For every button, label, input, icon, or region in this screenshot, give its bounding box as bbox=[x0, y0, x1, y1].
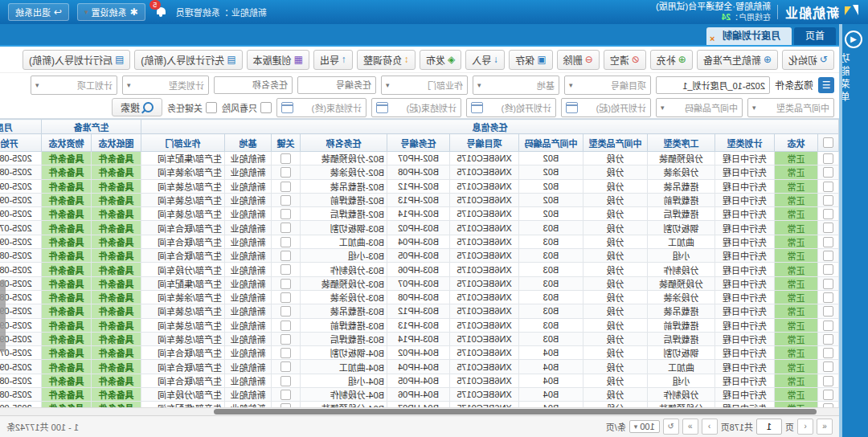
notification-bell-icon[interactable]: 5 bbox=[154, 5, 168, 19]
row-checkbox[interactable] bbox=[823, 153, 833, 164]
page-size-select[interactable]: 100 ▾ bbox=[629, 420, 660, 433]
row-checkbox[interactable] bbox=[823, 390, 833, 400]
tab-monthly-plan[interactable]: 月度计划编制 × bbox=[706, 27, 792, 45]
toolbar-button-10[interactable]: ↑导出 bbox=[313, 50, 353, 70]
toolbar-button-8[interactable]: ◈发布 bbox=[420, 50, 461, 70]
search-button[interactable]: 搜索 bbox=[112, 98, 162, 116]
row-checkbox[interactable] bbox=[823, 306, 833, 317]
cell-dept: 生产部/集配车间 bbox=[141, 402, 225, 407]
cell-material: 具备条件 bbox=[42, 193, 92, 206]
toolbar-button-11[interactable]: ▦创建版本 bbox=[247, 50, 309, 70]
cell-task_no: B03-HP07 bbox=[387, 276, 450, 290]
toolbar-button-3[interactable]: ⊕补充 bbox=[650, 50, 693, 70]
key-task-checkbox[interactable] bbox=[280, 292, 291, 303]
row-checkbox[interactable] bbox=[823, 237, 833, 247]
cell-code: B04 bbox=[519, 360, 583, 374]
toolbar-button-label: 发布 bbox=[426, 53, 445, 67]
toolbar-button-9[interactable]: ↕负荷调整 bbox=[357, 50, 416, 70]
sidebar-menu-label[interactable]: 功能菜单 bbox=[839, 53, 868, 104]
select-all-checkbox[interactable] bbox=[823, 137, 833, 148]
filter-select-基地[interactable]: 基地▾ bbox=[473, 76, 559, 95]
key-task-checkbox[interactable] bbox=[280, 153, 291, 164]
refresh-button[interactable]: ↻ bbox=[663, 419, 679, 435]
row-checkbox[interactable] bbox=[823, 348, 833, 358]
key-task-checkbox[interactable] bbox=[280, 182, 291, 192]
key-task-checkbox[interactable] bbox=[280, 376, 291, 386]
key-task-checkbox[interactable] bbox=[280, 348, 291, 358]
row-checkbox[interactable] bbox=[823, 334, 833, 345]
toolbar-button-6[interactable]: ▣保存 bbox=[509, 50, 552, 70]
row-checkbox[interactable] bbox=[823, 279, 833, 289]
logout-button[interactable]: ↪ 退出系统 bbox=[8, 3, 69, 21]
horizontal-scrollbar-thumb[interactable] bbox=[214, 409, 817, 415]
toolbar-button-4[interactable]: ⊘清空 bbox=[604, 50, 646, 70]
column-header-row: 状态计划类型工序类型中间产品类型中间产品编码项目编号任务编号任务名称关键基地作业… bbox=[0, 134, 839, 152]
toolbar-button-2[interactable]: ⊕新航生产准备 bbox=[697, 50, 778, 70]
sidebar-collapse-button[interactable]: ◀ bbox=[845, 31, 862, 48]
close-icon[interactable]: × bbox=[710, 30, 714, 47]
key-task-checkbox[interactable] bbox=[280, 237, 291, 247]
key-task-checkbox[interactable] bbox=[280, 251, 291, 261]
key-task-checkbox[interactable] bbox=[280, 390, 291, 400]
row-checkbox[interactable] bbox=[823, 251, 833, 261]
key-task-checkbox[interactable] bbox=[280, 209, 291, 219]
toolbar-button-13[interactable]: ▤后行计划导入(新航) bbox=[23, 50, 130, 70]
filter-select-作业部门[interactable]: 作业部门▾ bbox=[381, 76, 468, 95]
filter-date-计划结束(终)[interactable]: 计划结束(终) bbox=[276, 98, 366, 117]
sidebar-splitter[interactable] bbox=[839, 24, 842, 437]
filter-input-任务编号[interactable] bbox=[297, 76, 376, 94]
row-checkbox[interactable] bbox=[823, 223, 833, 233]
filter-select-计划工项[interactable]: 计划工项▾ bbox=[31, 76, 117, 95]
key-task-checkbox[interactable] bbox=[280, 361, 291, 372]
row-checkbox[interactable] bbox=[823, 264, 833, 275]
row-checkbox[interactable] bbox=[823, 376, 833, 386]
key-task-checkbox[interactable] bbox=[280, 195, 291, 206]
plan-name-input[interactable] bbox=[656, 76, 770, 94]
select-all-header bbox=[818, 134, 839, 152]
filter-select-中间产品编码[interactable]: 中间产品编码▾ bbox=[656, 98, 743, 117]
cell-start: 2025-08-06 bbox=[0, 249, 42, 263]
toolbar-button-5[interactable]: ⊖删除 bbox=[557, 50, 600, 70]
last-page-button[interactable]: » bbox=[682, 419, 698, 435]
filter-date-计划开始(起)[interactable]: 计划开始(起) bbox=[561, 98, 651, 117]
row-checkbox[interactable] bbox=[823, 209, 833, 219]
row-checkbox[interactable] bbox=[823, 361, 833, 372]
key-task-checkbox[interactable] bbox=[280, 306, 291, 317]
vertical-scrollbar[interactable] bbox=[0, 280, 6, 352]
row-checkbox[interactable] bbox=[823, 167, 833, 178]
filter-date-计划开始(终)[interactable]: 计划开始(终) bbox=[466, 98, 556, 117]
row-checkbox[interactable] bbox=[823, 182, 833, 192]
filter-select-中间产品类型[interactable]: 中间产品类型▾ bbox=[747, 98, 834, 117]
cell-key bbox=[272, 249, 301, 263]
key-task-checkbox[interactable] bbox=[280, 334, 291, 345]
cell-process: 分段预舾装 bbox=[648, 402, 715, 407]
key-task-checkbox[interactable] bbox=[280, 167, 291, 178]
cell-drawing: 具备条件 bbox=[92, 332, 141, 345]
filter-select-计划类型[interactable]: 计划类型▾ bbox=[122, 76, 209, 95]
filter-select-项目编号[interactable]: 项目编号▾ bbox=[564, 76, 651, 95]
row-checkbox[interactable] bbox=[823, 321, 833, 331]
key-task-checkbox[interactable] bbox=[280, 223, 291, 233]
toolbar-button-7[interactable]: ↓导入 bbox=[465, 50, 505, 70]
filter-checkbox-只看风险[interactable]: 只看风险 bbox=[222, 101, 272, 114]
first-page-button[interactable]: « bbox=[817, 419, 833, 435]
next-page-button[interactable]: › bbox=[702, 419, 718, 435]
row-checkbox[interactable] bbox=[823, 292, 833, 303]
filter-checkbox-关键任务[interactable]: 关键任务 bbox=[167, 101, 217, 114]
toolbar-button-1[interactable]: ↻初始化 bbox=[782, 50, 834, 70]
cell-project: XN6BEC0175 bbox=[450, 332, 519, 345]
row-checkbox[interactable] bbox=[823, 195, 833, 206]
prev-page-button[interactable]: ‹ bbox=[797, 419, 813, 435]
toolbar-button-12[interactable]: ▤先行计划导入(新航) bbox=[134, 50, 242, 70]
cell-drawing: 具备条件 bbox=[92, 402, 141, 407]
filter-input-任务名称[interactable] bbox=[214, 76, 293, 94]
settings-button[interactable]: ✱ 系统设置 ▾ bbox=[77, 3, 145, 21]
key-task-checkbox[interactable] bbox=[280, 279, 291, 289]
advanced-filter-button[interactable]: ☰ bbox=[818, 77, 834, 93]
tab-home[interactable]: 首页 bbox=[794, 27, 836, 45]
toolbar-button-label: 补充 bbox=[657, 53, 676, 67]
filter-date-计划结束(起)[interactable]: 计划结束(起) bbox=[371, 98, 461, 117]
key-task-checkbox[interactable] bbox=[280, 321, 291, 331]
key-task-checkbox[interactable] bbox=[280, 264, 291, 275]
page-number-input[interactable] bbox=[756, 419, 782, 435]
